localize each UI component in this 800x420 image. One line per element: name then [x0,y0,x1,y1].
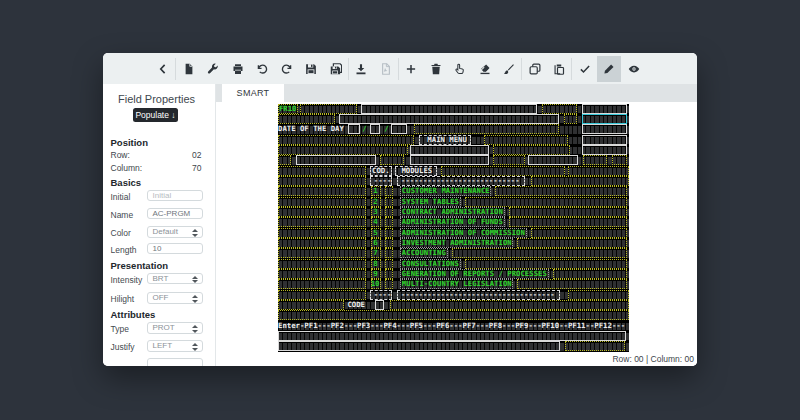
menu-right-field[interactable] [531,228,628,238]
menu-left-field[interactable] [278,238,366,248]
screen-field[interactable] [348,124,359,134]
menu-right-field[interactable] [517,279,627,289]
screen-field[interactable] [278,310,629,320]
menu-left-field[interactable] [278,269,366,279]
pencil-button[interactable] [597,56,622,82]
screen-field[interactable] [278,290,366,300]
intensity-select[interactable]: BRT [147,273,203,284]
screen-field[interactable] [278,114,335,124]
menu-left-field[interactable] [278,259,366,269]
menu-right-field[interactable] [509,207,628,217]
hand-pointer-button[interactable] [448,56,473,82]
menu-left-field[interactable] [278,207,366,217]
screen-field[interactable] [542,104,577,114]
terminal-screen[interactable]: FR10DATE OF THE DAY//MAIN MENUCOD.MODULE… [278,104,629,352]
wrench-button[interactable] [201,56,226,82]
screen-field[interactable] [582,135,627,145]
menu-left-field[interactable] [278,217,366,227]
menu-right-field[interactable] [509,217,628,227]
screen-field[interactable] [300,104,357,114]
menu-select-field[interactable] [385,248,393,258]
plus-button[interactable] [399,56,424,82]
screen-field[interactable] [531,176,629,186]
chevron-left-button[interactable] [151,56,176,82]
screen-field[interactable] [278,331,626,341]
screen-field[interactable] [583,155,608,165]
screen-field[interactable] [528,155,578,165]
menu-right-field[interactable] [465,197,628,207]
tab-smart[interactable]: SMART [222,84,284,102]
eye-button[interactable] [621,56,646,82]
trash-button[interactable] [423,56,448,82]
menu-select-field[interactable] [385,238,393,248]
screen-field[interactable] [375,300,384,310]
menu-left-field[interactable] [278,228,366,238]
eraser-button[interactable] [472,56,497,82]
menu-left-field[interactable] [278,248,366,258]
screen-field[interactable] [568,290,629,300]
screen-field[interactable] [582,145,627,155]
menu-select-field[interactable] [385,186,393,196]
screen-field[interactable] [278,341,560,351]
save-all-button[interactable] [323,56,348,82]
menu-select-field[interactable] [385,269,393,279]
justify-select[interactable]: LEFT [147,340,203,351]
check-button[interactable] [572,56,597,82]
screen-field[interactable] [493,155,525,165]
menu-left-field[interactable] [278,279,366,289]
menu-select-field[interactable] [385,207,393,217]
paint-brush-button[interactable] [497,56,522,82]
screen-field[interactable] [390,300,630,310]
cutoff-control[interactable] [147,358,203,366]
menu-right-field[interactable] [452,248,628,258]
screen-field[interactable] [361,104,537,114]
menu-select-field[interactable] [385,228,393,238]
screen-field[interactable] [296,155,376,165]
file-button[interactable] [176,56,201,82]
screen-field[interactable] [414,124,559,134]
screen-field[interactable] [410,145,489,155]
menu-right-field[interactable] [495,186,627,196]
menu-select-field[interactable] [385,279,393,289]
screen-field[interactable] [278,166,366,176]
screen-field[interactable] [612,155,627,165]
screen-field[interactable] [493,145,570,155]
screen-field[interactable] [380,155,404,165]
menu-select-field[interactable] [385,259,393,269]
screen-field[interactable] [568,166,629,176]
printer-button[interactable] [225,56,250,82]
screen-field[interactable] [391,124,407,134]
screen-field[interactable] [370,124,380,134]
name-input[interactable]: AC-PRGM [147,208,203,219]
screen-field[interactable] [582,124,627,134]
download-button[interactable] [349,56,374,82]
screen-field[interactable] [410,155,489,165]
undo-button[interactable] [250,56,275,82]
menu-select-field[interactable] [385,197,393,207]
screen-field[interactable] [278,145,408,155]
screen-field[interactable] [484,135,567,145]
menu-right-field[interactable] [517,238,627,248]
redo-button[interactable] [274,56,299,82]
populate-button[interactable]: Populate ↓ [133,108,178,122]
screen-field[interactable] [564,114,577,124]
hilight-select[interactable]: OFF [147,292,203,303]
file-pdf-button[interactable] [373,56,398,82]
type-select[interactable]: PROT [147,322,203,333]
screen-field[interactable] [565,341,625,351]
menu-left-field[interactable] [278,186,366,196]
screen-field[interactable] [441,166,566,176]
paste-button[interactable] [547,56,572,82]
screen-field[interactable] [278,135,414,145]
screen-field[interactable] [278,300,344,310]
screen-field[interactable] [278,155,291,165]
clone-button[interactable] [522,56,547,82]
length-input[interactable]: 10 [147,243,203,254]
menu-right-field[interactable] [465,259,628,269]
screen-field[interactable] [582,114,627,124]
menu-right-field[interactable] [553,269,628,279]
menu-select-field[interactable] [385,217,393,227]
screen-field[interactable] [278,176,366,186]
menu-left-field[interactable] [278,197,366,207]
color-select[interactable]: Default [147,226,203,237]
